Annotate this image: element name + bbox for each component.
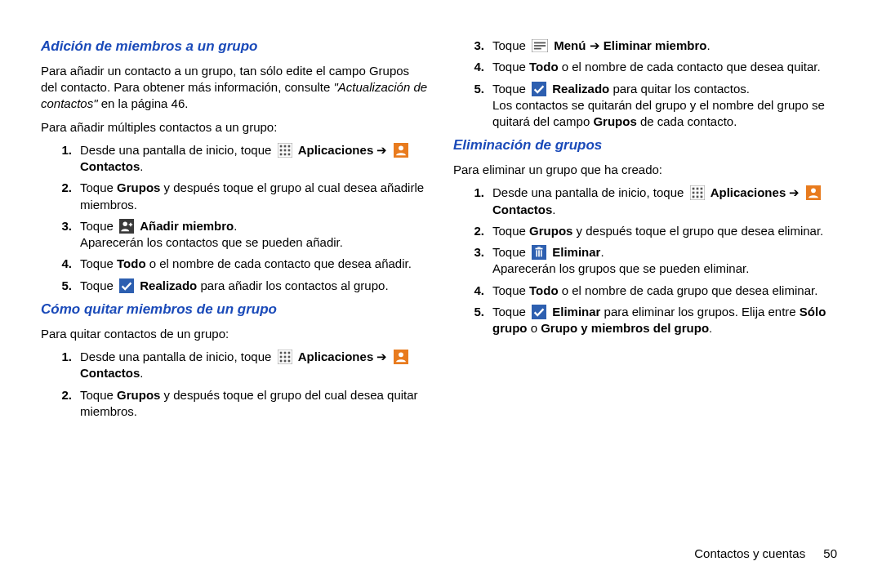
heading-remove-members: Cómo quitar miembros de un grupo bbox=[41, 301, 429, 319]
grupos-label: Grupos bbox=[529, 224, 572, 238]
text: Toque bbox=[492, 82, 529, 96]
page-number: 50 bbox=[823, 546, 837, 560]
grupos-label: Grupos bbox=[117, 388, 160, 402]
contacts-icon bbox=[394, 350, 408, 364]
text: Toque bbox=[492, 245, 529, 259]
steps-remove-cont: 3. Toque Menú ➔ Eliminar miembro. 4. Toq… bbox=[453, 38, 841, 130]
text: Toque bbox=[80, 256, 117, 270]
step-number: 5. bbox=[41, 278, 80, 294]
list-item: 1. Desde una pantalla de inicio, toque A… bbox=[41, 349, 429, 382]
step-number: 1. bbox=[41, 349, 80, 382]
step-body: Toque Todo o el nombre de cada contacto … bbox=[492, 59, 841, 75]
heading-add-members: Adición de miembros a un grupo bbox=[41, 38, 429, 56]
arrow: ➔ bbox=[586, 38, 603, 52]
remove-member-label: Eliminar miembro bbox=[604, 38, 707, 52]
text: para añadir los contactos al grupo. bbox=[197, 278, 388, 292]
todo-label: Todo bbox=[529, 283, 559, 297]
apps-grid-icon bbox=[690, 185, 705, 200]
text: o el nombre de cada contacto que desea q… bbox=[559, 60, 821, 74]
text: o bbox=[528, 321, 541, 335]
check-icon bbox=[119, 278, 134, 293]
step-body: Toque Menú ➔ Eliminar miembro. bbox=[492, 38, 841, 54]
grupos-label: Grupos bbox=[117, 180, 160, 194]
step-number: 2. bbox=[41, 387, 80, 421]
text: Toque bbox=[492, 60, 529, 74]
step-number: 2. bbox=[453, 223, 492, 239]
period: . bbox=[140, 366, 143, 380]
done-label: Realizado bbox=[140, 278, 197, 292]
add-member-label: Añadir miembro bbox=[140, 219, 234, 233]
arrow: ➔ bbox=[373, 350, 390, 363]
step-number: 1. bbox=[453, 185, 492, 218]
list-item: 3. Toque Eliminar. Aparecerán los grupos… bbox=[453, 244, 841, 278]
step-body: Toque Eliminar. Aparecerán los grupos qu… bbox=[492, 244, 841, 278]
section-name: Contactos y cuentas bbox=[694, 546, 805, 560]
text: Toque bbox=[492, 224, 529, 238]
intro-paragraph: Para añadir un contacto a un grupo, tan … bbox=[41, 63, 429, 113]
done-label: Realizado bbox=[552, 82, 609, 96]
add-person-icon bbox=[119, 219, 134, 234]
period: . bbox=[552, 203, 555, 216]
delete-intro: Para eliminar un grupo que ha creado: bbox=[453, 162, 841, 178]
left-column: Adición de miembros a un grupo Para añad… bbox=[41, 33, 429, 426]
manual-page: Adición de miembros a un grupo Para añad… bbox=[0, 0, 882, 443]
step-number: 3. bbox=[453, 38, 492, 54]
period: . bbox=[140, 159, 143, 173]
step-body: Toque Todo o el nombre de cada grupo que… bbox=[492, 283, 841, 299]
heading-delete-groups: Eliminación de grupos bbox=[453, 136, 841, 155]
step-body: Toque Añadir miembro. Aparecerán los con… bbox=[80, 218, 429, 252]
step-number: 4. bbox=[41, 256, 80, 272]
step-body: Toque Realizado para quitar los contacto… bbox=[492, 81, 841, 131]
step-number: 3. bbox=[453, 244, 492, 278]
todo-label: Todo bbox=[117, 256, 146, 270]
text: Desde una pantalla de inicio, toque bbox=[80, 143, 275, 157]
intro2: Para añadir múltiples contactos a un gru… bbox=[41, 119, 429, 136]
list-item: 1. Desde una pantalla de inicio, toque A… bbox=[41, 142, 429, 176]
step-body: Toque Realizado para añadir los contacto… bbox=[80, 278, 429, 294]
check-icon bbox=[532, 305, 546, 319]
step-body: Toque Grupos y después toque el grupo de… bbox=[80, 387, 429, 421]
step-body: Toque Grupos y después toque el grupo qu… bbox=[492, 223, 841, 239]
apps-grid-icon bbox=[278, 143, 292, 158]
list-item: 5. Toque Eliminar para eliminar los grup… bbox=[453, 304, 841, 337]
step-body: Desde una pantalla de inicio, toque Apli… bbox=[80, 142, 429, 176]
steps-add: 1. Desde una pantalla de inicio, toque A… bbox=[41, 142, 429, 294]
period: . bbox=[600, 245, 604, 259]
steps-remove-start: 1. Desde una pantalla de inicio, toque A… bbox=[41, 349, 429, 420]
list-item: 2. Toque Grupos y después toque el grupo… bbox=[453, 223, 841, 239]
group-and-members-label: Grupo y miembros del grupo bbox=[541, 321, 709, 335]
step-body: Desde una pantalla de inicio, toque Apli… bbox=[80, 349, 429, 382]
text: Toque bbox=[492, 38, 529, 52]
check-icon bbox=[532, 82, 546, 96]
page-footer: Contactos y cuentas 50 bbox=[694, 546, 837, 560]
text: Toque bbox=[492, 283, 529, 297]
step-number: 1. bbox=[41, 142, 80, 176]
list-item: 2. Toque Grupos y después toque el grupo… bbox=[41, 387, 429, 421]
text: Toque bbox=[80, 388, 117, 402]
text: para quitar los contactos. bbox=[609, 82, 750, 96]
step-body: Toque Todo o el nombre de cada contacto … bbox=[80, 256, 429, 272]
steps-delete: 1. Desde una pantalla de inicio, toque A… bbox=[453, 185, 841, 336]
arrow: ➔ bbox=[786, 185, 803, 199]
step-body: Desde una pantalla de inicio, toque Apli… bbox=[492, 185, 841, 218]
text: Toque bbox=[80, 278, 117, 292]
text: Toque bbox=[492, 305, 529, 318]
text: en la página 46. bbox=[98, 96, 189, 110]
contacts-label: Contactos bbox=[492, 203, 552, 216]
contacts-label: Contactos bbox=[80, 366, 140, 380]
list-item: 5. Toque Realizado para añadir los conta… bbox=[41, 278, 429, 294]
period: . bbox=[709, 321, 712, 335]
list-item: 3. Toque Añadir miembro. Aparecerán los … bbox=[41, 218, 429, 252]
list-item: 2. Toque Grupos y después toque el grupo… bbox=[41, 180, 429, 213]
list-item: 4. Toque Todo o el nombre de cada contac… bbox=[41, 256, 429, 272]
text: Toque bbox=[80, 219, 117, 233]
menu-label: Menú bbox=[554, 38, 586, 52]
contacts-icon bbox=[806, 185, 821, 200]
list-item: 1. Desde una pantalla de inicio, toque A… bbox=[453, 185, 841, 218]
menu-icon bbox=[532, 39, 548, 52]
text: o el nombre de cada grupo que desea elim… bbox=[559, 283, 818, 297]
text: y después toque el grupo que desea elimi… bbox=[572, 224, 823, 238]
step-number: 2. bbox=[41, 180, 80, 213]
period: . bbox=[234, 219, 237, 233]
todo-label: Todo bbox=[529, 60, 559, 74]
